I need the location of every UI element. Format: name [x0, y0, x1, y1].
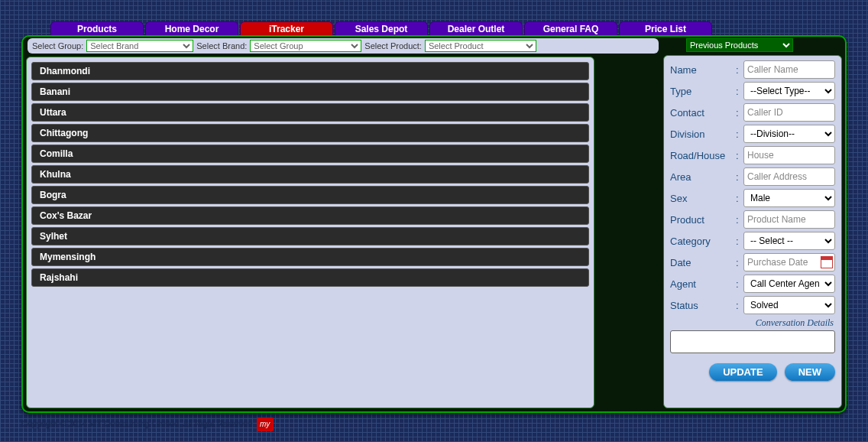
division-label: Division: [670, 128, 736, 140]
tab-general-faq[interactable]: General FAQ: [524, 21, 617, 37]
tab-itracker[interactable]: iTracker: [240, 21, 333, 37]
road-input[interactable]: [743, 146, 835, 164]
previous-products-select[interactable]: Previous Products: [686, 38, 793, 52]
division-select[interactable]: --Division--: [743, 125, 835, 143]
filter-group-select[interactable]: Select Brand: [86, 40, 193, 52]
product-input[interactable]: [743, 210, 835, 229]
filter-bar: Select Group: Select Brand Select Brand:…: [28, 38, 659, 54]
list-item[interactable]: Bogra: [31, 186, 589, 204]
list-item[interactable]: Khulna: [31, 165, 589, 184]
list-item[interactable]: Rajshahi: [31, 268, 589, 287]
date-label: Date: [670, 257, 736, 268]
main-frame: Select Group: Select Brand Select Brand:…: [21, 35, 847, 413]
list-item[interactable]: Dhanmondi: [31, 62, 589, 80]
list-item[interactable]: Cox's Bazar: [31, 206, 589, 225]
tab-home-decor[interactable]: Home Decor: [145, 21, 238, 37]
status-label: Status: [670, 300, 736, 311]
sex-label: Sex: [670, 193, 736, 204]
product-label: Product: [670, 214, 736, 226]
area-label: Area: [670, 171, 736, 183]
name-label: Name: [670, 64, 736, 76]
tab-products[interactable]: Products: [50, 21, 144, 37]
footer-text: Copyright © 2014 MY Outsourcing Limited.…: [21, 419, 253, 428]
category-select[interactable]: -- Select --: [743, 232, 835, 250]
list-item[interactable]: Mymensingh: [31, 248, 589, 266]
footer-logo-icon: my: [257, 418, 274, 431]
conversation-label: Conversation Details: [670, 317, 834, 329]
tab-dealer-outlet[interactable]: Dealer Outlet: [429, 21, 523, 37]
type-select[interactable]: --Select Type--: [743, 82, 835, 100]
contact-label: Contact: [670, 107, 736, 119]
list-item[interactable]: Comilla: [31, 145, 589, 163]
area-input[interactable]: [743, 167, 835, 186]
previous-products: Previous Products: [686, 38, 793, 54]
tab-sales-depot[interactable]: Sales Depot: [335, 21, 428, 37]
filter-brand-select[interactable]: Select Group: [250, 40, 361, 52]
conversation-textarea[interactable]: [670, 330, 835, 353]
footer: Copyright © 2014 MY Outsourcing Limited.…: [21, 418, 274, 431]
list-item[interactable]: Sylhet: [31, 227, 589, 245]
caller-form: Name : Type : --Select Type-- Contact : …: [663, 55, 842, 408]
filter-brand-label: Select Brand:: [196, 41, 247, 50]
list-item[interactable]: Chittagong: [31, 124, 589, 142]
new-button[interactable]: NEW: [785, 363, 835, 381]
list-item[interactable]: Banani: [31, 83, 589, 101]
filter-product-label: Select Product:: [364, 41, 422, 50]
agent-select[interactable]: Call Center Agent: [743, 275, 835, 293]
sex-select[interactable]: Male: [743, 189, 835, 207]
tab-price-list[interactable]: Price List: [619, 21, 712, 37]
location-list: Dhanmondi Banani Uttara Chittagong Comil…: [26, 57, 594, 408]
update-button[interactable]: UPDATE: [709, 363, 776, 381]
road-label: Road/House: [670, 150, 736, 161]
category-label: Category: [670, 236, 736, 247]
filter-group-label: Select Group:: [32, 41, 83, 50]
agent-label: Agent: [670, 278, 736, 290]
filter-product-select[interactable]: Select Product: [425, 40, 536, 52]
contact-input[interactable]: [743, 103, 835, 122]
name-input[interactable]: [743, 60, 835, 79]
list-item[interactable]: Uttara: [31, 103, 589, 122]
nav-tabs: Products Home Decor iTracker Sales Depot…: [50, 21, 712, 37]
calendar-icon[interactable]: [821, 256, 833, 268]
status-select[interactable]: Solved: [743, 296, 835, 314]
type-label: Type: [670, 86, 736, 97]
